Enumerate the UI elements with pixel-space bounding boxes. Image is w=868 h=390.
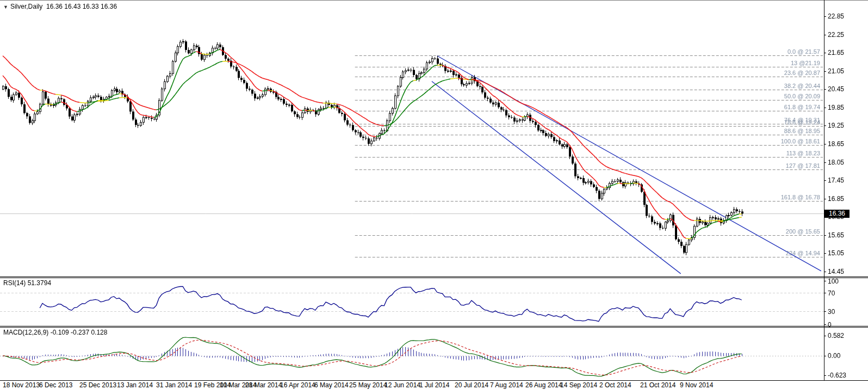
- symbol-timeframe-label[interactable]: Silver,Daily: [10, 3, 42, 10]
- macd-axis-label: 0.00: [828, 352, 840, 360]
- main-price-chart[interactable]: [0, 0, 824, 276]
- price-axis-tick: [824, 144, 826, 144]
- separator-rsi-macd-1: [0, 326, 868, 326]
- rsi-axis-tick: [824, 324, 826, 325]
- macd-axis-tick: [824, 336, 826, 336]
- macd-axis-label: 0.582: [828, 332, 844, 339]
- price-axis-tick: [824, 235, 826, 236]
- price-axis-label: 21.05: [828, 67, 844, 75]
- macd-axis-label: -0.623: [828, 372, 846, 379]
- rsi-axis-label: 30: [828, 308, 835, 316]
- fib-level-label: 23.6 @ 20.87: [711, 70, 820, 76]
- fib-level-label: 13 @21.19: [711, 60, 820, 66]
- date-axis-label: 2 Oct 2014: [599, 381, 631, 389]
- fib-level-label: 127 @ 17.81: [711, 162, 820, 169]
- rsi-axis-label: 70: [828, 290, 835, 297]
- macd-axis-tick: [824, 356, 826, 356]
- rsi-axis-tick: [824, 281, 826, 281]
- price-axis-label: 20.45: [828, 85, 844, 93]
- price-axis-tick: [824, 89, 826, 90]
- price-axis-tick: [824, 272, 826, 272]
- price-axis-label: 14.45: [828, 268, 844, 275]
- rsi-indicator-panel[interactable]: [0, 278, 824, 326]
- fib-level-label: 38.2 @ 20.44: [711, 83, 820, 89]
- separator-main-rsi-2: [0, 278, 868, 278]
- date-axis-label: 20 Jul 2014: [455, 381, 488, 389]
- macd-indicator-panel[interactable]: [0, 328, 824, 380]
- price-axis-label: 19.25: [828, 122, 844, 129]
- price-axis-tick: [824, 253, 826, 254]
- date-axis-label: 7 Aug 2014: [490, 381, 523, 389]
- fib-level-label: 88.6 @ 18.95: [711, 128, 820, 134]
- macd-label: MACD(12,26,9) -0.109 -0.237 0.128: [3, 329, 107, 336]
- fib-level-label: 0.0 @ 21.57: [711, 48, 820, 55]
- price-axis-tick: [824, 199, 826, 199]
- date-axis-label: 6 Dec 2013: [39, 381, 72, 389]
- price-axis-border: [824, 0, 824, 380]
- date-axis-label: 26 Aug 2014: [525, 381, 562, 389]
- ohlc-readout: 16.36 16.43 16.33 16.36: [46, 3, 117, 10]
- price-axis-label: 18.05: [828, 159, 844, 166]
- date-axis-label: 12 Jun 2014: [385, 381, 420, 389]
- price-axis-tick: [824, 162, 826, 163]
- fib-level-label: 100.0 @ 18.61: [711, 138, 820, 144]
- symbol-dropdown-icon[interactable]: ▼: [3, 4, 8, 10]
- rsi-label: RSI(14) 51.3794: [3, 279, 51, 287]
- fib-level-label: 224 @ 14.94: [711, 250, 820, 256]
- price-axis-label: 15.65: [828, 231, 844, 239]
- macd-axis-tick: [824, 375, 826, 376]
- current-price-tag: 16.36: [824, 210, 850, 218]
- date-axis-label: 14 Sep 2014: [560, 381, 597, 389]
- date-axis-label: 6 May 2014: [314, 381, 349, 389]
- price-axis-tick: [824, 35, 826, 35]
- date-axis-label: 31 Jan 2014: [156, 381, 192, 389]
- price-axis-tick: [824, 108, 826, 108]
- rsi-axis-label: 100: [828, 278, 839, 285]
- separator-main-rsi-1: [0, 276, 868, 277]
- price-axis-label: 16.85: [828, 195, 844, 203]
- trading-chart-window: ▼Silver,Daily 16.36 16.43 16.33 16.36 RS…: [0, 0, 868, 390]
- rsi-axis-tick: [824, 311, 826, 312]
- price-axis-label: 22.25: [828, 31, 844, 39]
- price-axis-label: 15.05: [828, 249, 844, 257]
- chart-title-bar: ▼Silver,Daily 16.36 16.43 16.33 16.36: [3, 3, 117, 10]
- date-axis-label: 18 Nov 2013: [3, 381, 40, 389]
- fib-level-label: 200 @ 15.65: [711, 228, 820, 235]
- price-axis-tick: [824, 53, 826, 53]
- price-axis-label: 19.85: [828, 104, 844, 111]
- date-axis-label: 13 Jan 2014: [117, 381, 153, 389]
- price-axis-label: 22.85: [828, 12, 844, 20]
- fib-level-label: 61.8 @ 19.74: [711, 104, 820, 110]
- price-axis-label: 21.65: [828, 49, 844, 56]
- price-axis-tick: [824, 16, 826, 17]
- price-axis-tick: [824, 180, 826, 181]
- price-axis-label: 18.65: [828, 140, 844, 148]
- date-axis-label: 25 Dec 2013: [79, 381, 116, 389]
- fib-level-label: 161.8 @ 16.78: [711, 194, 820, 200]
- rsi-axis-label: 0: [828, 321, 832, 329]
- price-axis-tick: [824, 125, 826, 126]
- time-axis-border: [0, 380, 868, 381]
- date-axis-label: 16 Apr 2014: [280, 381, 315, 389]
- fib-level-label: 50.0 @ 20.09: [711, 93, 820, 99]
- date-axis-label: 28 Mar 2014: [245, 381, 282, 389]
- date-axis-label: 1 Jul 2014: [419, 381, 449, 389]
- date-axis-label: 21 Oct 2014: [640, 381, 675, 389]
- fib-level-label: 78.6 @ 19.24: [711, 119, 820, 125]
- fib-level-label: 113 @ 18.23: [711, 150, 820, 156]
- date-axis-label: 25 May 2014: [349, 381, 387, 389]
- price-axis-tick: [824, 71, 826, 72]
- price-axis-label: 17.45: [828, 177, 844, 184]
- chart-top-border: [0, 0, 868, 1]
- rsi-axis-tick: [824, 293, 826, 293]
- date-axis-label: 9 Nov 2014: [680, 381, 713, 389]
- separator-rsi-macd-2: [0, 327, 868, 328]
